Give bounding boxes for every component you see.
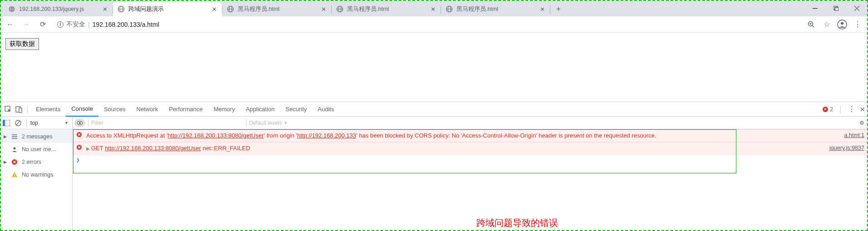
log-levels-select[interactable]: Default levels▼ xyxy=(249,120,288,126)
new-tab-button[interactable]: + xyxy=(552,3,565,15)
console-settings-icon[interactable]: ⚙ xyxy=(859,120,864,126)
address-bar: ← → ⟳ i 不安全 | 192.168.200.133/a.html ☆ ⋮ xyxy=(0,16,868,33)
sidebar-user-messages[interactable]: No user me... xyxy=(0,143,72,156)
console-filter-bar: Filter Default levels▼ ⚙ xyxy=(73,117,868,129)
user-icon xyxy=(11,146,18,153)
error-message: ▶GET http://192.168.200.133:8080/getUser… xyxy=(86,144,826,152)
devtools-close-icon[interactable]: ✕ xyxy=(860,106,865,113)
window-controls xyxy=(804,1,867,15)
filter-input[interactable]: Filter xyxy=(91,120,243,126)
close-icon[interactable]: ✕ xyxy=(430,6,436,12)
devtools-tab-application[interactable]: Application xyxy=(240,102,280,117)
svg-rect-28 xyxy=(19,108,22,113)
close-icon[interactable]: ✕ xyxy=(102,6,108,12)
close-icon[interactable]: ✕ xyxy=(211,6,217,12)
url-input[interactable]: i 不安全 | 192.168.200.133/a.html xyxy=(53,18,803,31)
inspect-element-icon[interactable] xyxy=(3,106,14,113)
console-error-row[interactable]: ▶GET http://192.168.200.133:8080/getUser… xyxy=(73,142,868,155)
tab-title: 192.168.200.133/jquery.js xyxy=(19,6,98,12)
source-link[interactable]: jquery.js:9837 xyxy=(826,144,864,152)
devtools-tab-elements[interactable]: Elements xyxy=(30,102,66,117)
devtools-tab-security[interactable]: Security xyxy=(280,102,312,117)
annotation-label: 跨域问题导致的错误 xyxy=(476,217,558,229)
tab-title: 黑马程序员.html xyxy=(456,5,535,13)
fetch-button[interactable]: 获取数据 xyxy=(5,38,39,50)
clear-console-icon[interactable] xyxy=(14,118,23,128)
svg-point-41 xyxy=(14,176,15,177)
svg-point-43 xyxy=(79,122,81,124)
devtools-tab-bar: Elements Console Sources Network Perform… xyxy=(0,102,868,117)
security-label: 不安全 xyxy=(66,20,85,29)
window-close-button[interactable] xyxy=(846,1,867,15)
globe-icon xyxy=(446,5,453,13)
devtools-tab-memory[interactable]: Memory xyxy=(208,102,240,117)
browser-tab-active[interactable]: 跨域问题演示 ✕ xyxy=(113,2,222,16)
url-text: 192.168.200.133/a.html xyxy=(93,21,159,28)
svg-point-25 xyxy=(841,22,843,25)
error-icon xyxy=(76,144,83,152)
zoom-icon[interactable] xyxy=(806,20,816,29)
svg-rect-30 xyxy=(3,120,5,126)
svg-line-32 xyxy=(16,121,20,125)
devtools-menu-icon[interactable]: ⋮ xyxy=(848,105,855,113)
devtools-tab-console[interactable]: Console xyxy=(66,102,98,117)
globe-icon xyxy=(227,5,234,13)
sidebar-warnings[interactable]: No warnings xyxy=(0,168,72,181)
devtools-tab-audits[interactable]: Audits xyxy=(312,102,339,117)
console-sidebar: top▼ ▶ 2 messages No user me... ▶ 2 erro… xyxy=(0,117,73,230)
context-select[interactable]: top▼ xyxy=(30,120,70,126)
warning-icon xyxy=(11,171,18,178)
browser-tab[interactable]: 黑马程序员.html ✕ xyxy=(332,2,441,16)
devtools-panel: Elements Console Sources Network Perform… xyxy=(0,102,868,230)
live-expression-icon[interactable] xyxy=(74,119,85,127)
sidebar-toggle-icon[interactable] xyxy=(2,118,11,128)
forward-button[interactable]: → xyxy=(20,18,33,31)
error-icon xyxy=(76,132,83,140)
svg-point-36 xyxy=(14,147,16,150)
sidebar-messages[interactable]: ▶ 2 messages xyxy=(0,130,72,143)
error-message: Access to XMLHttpRequest at 'http://192.… xyxy=(86,132,841,140)
device-toolbar-icon[interactable] xyxy=(14,106,25,113)
browser-tab[interactable]: 黑马程序员.html ✕ xyxy=(441,2,550,16)
globe-icon xyxy=(118,5,125,13)
devtools-tab-sources[interactable]: Sources xyxy=(98,102,131,117)
minimize-button[interactable] xyxy=(804,1,825,15)
page-content: 获取数据 xyxy=(0,33,868,102)
messages-icon xyxy=(11,133,18,140)
sidebar-errors[interactable]: ▶ 2 errors xyxy=(0,156,72,168)
close-icon[interactable]: ✕ xyxy=(320,6,327,12)
user-avatar-icon[interactable] xyxy=(837,20,847,29)
chevron-right-icon: ▶ xyxy=(4,134,7,139)
browser-tab[interactable]: 黑马程序员.html ✕ xyxy=(222,2,331,16)
close-icon[interactable]: ✕ xyxy=(539,6,545,12)
svg-line-21 xyxy=(812,25,814,27)
globe-icon xyxy=(8,5,15,13)
info-icon: i xyxy=(57,21,64,28)
menu-icon[interactable]: ⋮ xyxy=(853,20,863,29)
tab-title: 黑马程序员.html xyxy=(238,5,317,13)
chevron-right-icon[interactable]: ▶ xyxy=(86,146,90,151)
chevron-right-icon: ▶ xyxy=(4,160,7,164)
error-dot-icon: ✕ xyxy=(823,107,828,112)
tab-title: 跨域问题演示 xyxy=(128,5,207,13)
console-main: Filter Default levels▼ ⚙ Access to XMLHt… xyxy=(73,117,868,230)
tab-title: 黑马程序员.html xyxy=(347,5,426,13)
devtools-tab-performance[interactable]: Performance xyxy=(163,102,208,117)
browser-tab-strip: 192.168.200.133/jquery.js ✕ 跨域问题演示 ✕ 黑马程… xyxy=(0,1,868,16)
browser-tab[interactable]: 192.168.200.133/jquery.js ✕ xyxy=(4,2,113,16)
svg-rect-17 xyxy=(835,7,839,11)
error-icon xyxy=(11,158,18,166)
devtools-tab-network[interactable]: Network xyxy=(131,102,164,117)
bookmark-star-icon[interactable]: ☆ xyxy=(822,20,832,29)
maximize-button[interactable] xyxy=(825,1,846,15)
back-button[interactable]: ← xyxy=(4,18,16,31)
error-count-badge[interactable]: ✕2 xyxy=(823,106,833,113)
globe-icon xyxy=(336,5,343,13)
console-prompt[interactable]: ❯ xyxy=(73,155,868,165)
console-output: Access to XMLHttpRequest at 'http://192.… xyxy=(73,129,868,230)
console-error-row[interactable]: Access to XMLHttpRequest at 'http://192.… xyxy=(73,129,868,142)
reload-button[interactable]: ⟳ xyxy=(36,18,49,31)
source-link[interactable]: a.html:1 xyxy=(841,132,864,140)
